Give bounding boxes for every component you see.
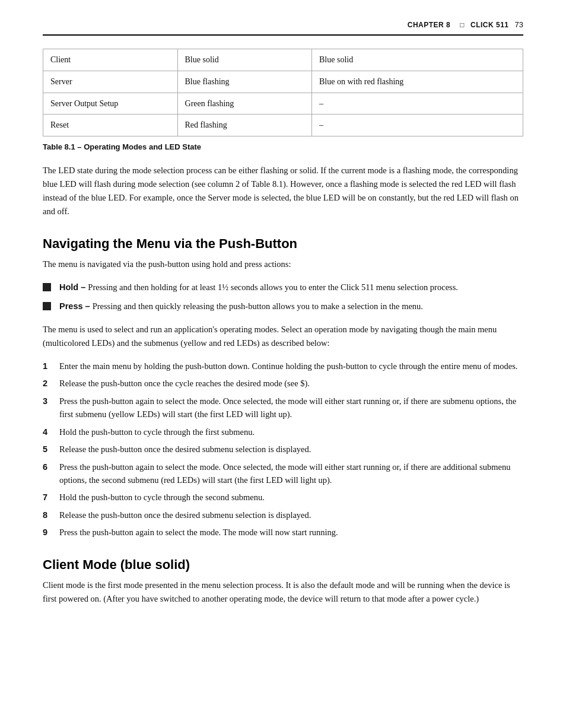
header-product: CLICK 511 xyxy=(470,20,509,31)
list-item: 5Release the push-button once the desire… xyxy=(43,443,523,456)
table-row: Server Output SetupGreen flashing– xyxy=(43,93,523,115)
page-number: 73 xyxy=(515,19,523,31)
list-item: 1Enter the main menu by holding the push… xyxy=(43,360,523,373)
operating-modes-table: ClientBlue solidBlue solidServerBlue fla… xyxy=(43,49,523,136)
section1-mid-paragraph: The menu is used to select and run an ap… xyxy=(43,323,523,350)
bullet-icon xyxy=(43,283,51,291)
section1-bullet-list: Hold – Pressing and then holding for at … xyxy=(43,281,523,313)
list-item: 8Release the push-button once the desire… xyxy=(43,508,523,522)
header-right: CHAPTER 8 □ CLICK 511 73 xyxy=(408,19,523,31)
list-item: 2Release the push-button once the cycle … xyxy=(43,377,523,390)
section1-steps: 1Enter the main menu by holding the push… xyxy=(43,360,523,539)
list-item: Hold – Pressing and then holding for at … xyxy=(43,281,523,294)
table-row: ResetRed flashing– xyxy=(43,115,523,136)
list-item: 7Hold the push-button to cycle through t… xyxy=(43,491,523,504)
page-container: CHAPTER 8 □ CLICK 511 73 ClientBlue soli… xyxy=(0,0,566,644)
table-row: ServerBlue flashingBlue on with red flas… xyxy=(43,71,523,93)
bullet-icon xyxy=(43,302,51,310)
list-item: 3Press the push-button again to select t… xyxy=(43,395,523,421)
list-item: 4Hold the push-button to cycle through t… xyxy=(43,425,523,438)
list-item: Press – Pressing and then quickly releas… xyxy=(43,300,523,313)
header-separator: □ xyxy=(460,20,465,31)
list-item: 6Press the push-button again to select t… xyxy=(43,460,523,487)
led-paragraph: The LED state during the mode selection … xyxy=(43,164,523,218)
table-row: ClientBlue solidBlue solid xyxy=(43,49,523,71)
section2-paragraph: Client mode is the first mode presented … xyxy=(43,578,523,606)
section1-heading: Navigating the Menu via the Push-Button xyxy=(43,236,523,252)
page-header: CHAPTER 8 □ CLICK 511 73 xyxy=(43,19,523,36)
table-caption: Table 8.1 – Operating Modes and LED Stat… xyxy=(43,141,523,153)
section1-intro: The menu is navigated via the push-butto… xyxy=(43,257,523,271)
list-item: 9Press the push-button again to select t… xyxy=(43,526,523,539)
chapter-label: CHAPTER 8 xyxy=(408,20,451,31)
section2-heading: Client Mode (blue solid) xyxy=(43,557,523,573)
